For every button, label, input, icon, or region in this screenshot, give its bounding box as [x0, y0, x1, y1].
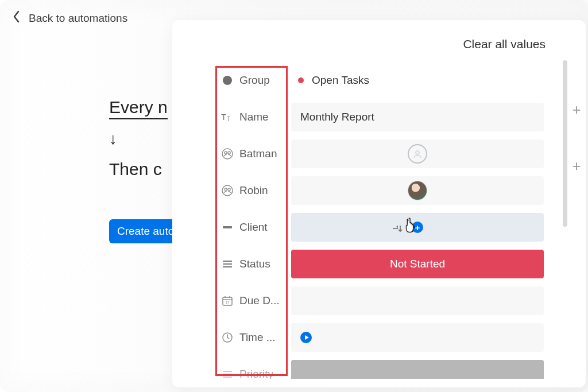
- field-row-priority: Priority: [215, 360, 544, 379]
- field-value-robin[interactable]: [291, 176, 544, 205]
- scrollbar[interactable]: [563, 60, 567, 359]
- calendar-icon: 17: [221, 294, 234, 307]
- field-value-name[interactable]: Monthly Report: [291, 103, 544, 131]
- group-name: Open Tasks: [312, 74, 369, 87]
- field-label-client: Client: [215, 221, 291, 234]
- field-row-time: Time ...: [215, 323, 544, 352]
- svg-rect-10: [223, 226, 232, 228]
- field-label-time: Time ...: [215, 331, 291, 344]
- add-block-button[interactable]: +: [570, 160, 583, 173]
- svg-text:17: 17: [226, 301, 230, 304]
- people-icon: [221, 148, 234, 160]
- field-value-batman[interactable]: [291, 139, 544, 168]
- field-row-robin: Robin: [215, 176, 544, 205]
- field-label-name: TT Name: [215, 111, 291, 123]
- chevron-left-icon: [13, 10, 21, 26]
- svg-point-9: [228, 188, 230, 191]
- group-color-dot: [298, 77, 304, 83]
- svg-point-3: [222, 149, 233, 159]
- play-icon: [300, 332, 312, 343]
- field-row-due-date: 17 Due D...: [215, 286, 544, 315]
- automation-trigger[interactable]: Every n: [109, 98, 168, 119]
- svg-text:T: T: [221, 112, 226, 122]
- field-row-batman: Batman: [215, 139, 544, 168]
- field-value-priority[interactable]: [291, 360, 544, 379]
- status-text: Not Started: [390, 258, 445, 270]
- add-block-button[interactable]: +: [570, 103, 583, 117]
- field-value-client[interactable]: +: [291, 213, 544, 242]
- clear-all-values-button[interactable]: Clear all values: [463, 37, 546, 51]
- svg-point-5: [228, 152, 230, 154]
- create-automation-button[interactable]: Create auto: [109, 219, 182, 243]
- field-label-status: Status: [215, 258, 291, 270]
- back-to-automations-link[interactable]: Back to automations: [13, 10, 127, 26]
- field-value-status[interactable]: Not Started: [291, 250, 544, 278]
- automation-recipe-background: Every n ↓ Then c Create auto: [109, 98, 182, 243]
- name-text: Monthly Report: [300, 111, 374, 123]
- field-row-client: Client +: [215, 213, 544, 242]
- field-label-batman: Batman: [215, 148, 291, 160]
- avatar: [408, 181, 427, 200]
- field-label-group: Group: [215, 74, 291, 87]
- plus-icon: +: [412, 222, 423, 233]
- back-label: Back to automations: [29, 12, 127, 25]
- field-label-priority: Priority: [215, 368, 291, 379]
- arrow-down-icon: ↓: [109, 130, 182, 148]
- field-value-time[interactable]: [291, 323, 544, 352]
- field-row-status: Status Not Started: [215, 250, 544, 278]
- svg-point-4: [225, 152, 227, 154]
- status-icon: [221, 368, 234, 379]
- person-empty-icon: [408, 144, 427, 164]
- field-label-robin: Robin: [215, 184, 291, 197]
- field-row-group: Group Open Tasks: [215, 66, 544, 95]
- automation-action[interactable]: Then c: [109, 160, 182, 179]
- svg-point-6: [416, 151, 419, 154]
- connect-boards-icon: [221, 221, 234, 234]
- field-value-group[interactable]: Open Tasks: [291, 66, 544, 95]
- link-arrow-icon: [391, 224, 404, 232]
- svg-point-7: [222, 185, 233, 196]
- people-icon: [221, 184, 234, 197]
- field-value-due-date[interactable]: [291, 286, 544, 315]
- text-icon: TT: [221, 111, 234, 123]
- scrollbar-thumb[interactable]: [563, 60, 567, 227]
- svg-text:T: T: [227, 116, 230, 122]
- item-values-modal: Clear all values Group Open Tasks: [172, 20, 586, 387]
- fields-scroll-area[interactable]: Group Open Tasks TT Name: [215, 66, 544, 379]
- svg-point-0: [223, 76, 232, 85]
- field-label-due-date: 17 Due D...: [215, 294, 291, 307]
- clock-icon: [221, 331, 234, 344]
- status-icon: [221, 258, 234, 270]
- field-row-name: TT Name Monthly Report: [215, 103, 544, 131]
- svg-point-8: [225, 188, 227, 191]
- group-icon: [221, 74, 234, 87]
